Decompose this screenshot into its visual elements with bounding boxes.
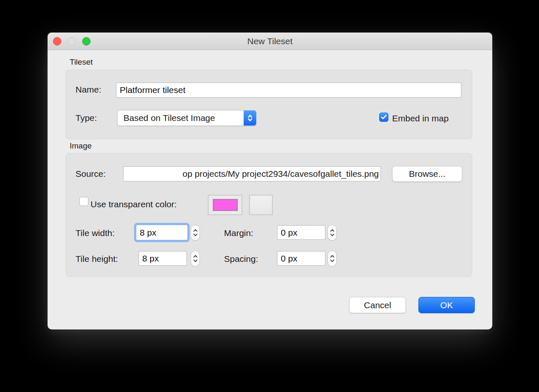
use-transparent-color-checkbox[interactable]	[79, 197, 88, 206]
minimize-button	[68, 37, 76, 45]
stepper-down-icon[interactable]	[328, 259, 336, 266]
ok-button-label: OK	[440, 300, 453, 310]
tile-height-stepper[interactable]	[191, 251, 200, 266]
ok-button[interactable]: OK	[418, 297, 475, 313]
zoom-button[interactable]	[82, 37, 91, 45]
embed-in-map-label: Embed in map	[392, 113, 448, 123]
embed-in-map-checkbox[interactable]	[379, 113, 388, 122]
stepper-up-icon[interactable]	[328, 251, 336, 259]
spacing-label: Spacing:	[224, 254, 258, 264]
cancel-button[interactable]: Cancel	[349, 297, 406, 313]
stepper-down-icon[interactable]	[191, 233, 199, 240]
stepper-up-icon[interactable]	[191, 225, 199, 233]
name-input[interactable]	[116, 83, 461, 98]
stepper-up-icon[interactable]	[328, 225, 336, 233]
chevron-up-down-icon	[244, 111, 256, 126]
tile-width-stepper[interactable]	[191, 225, 200, 241]
browse-button[interactable]: Browse...	[392, 166, 462, 182]
type-dropdown-value: Based on Tileset Image	[118, 113, 244, 123]
type-label: Type:	[76, 113, 97, 123]
spacing-stepper[interactable]	[327, 251, 337, 266]
tile-width-input[interactable]	[136, 225, 188, 240]
cancel-button-label: Cancel	[364, 300, 391, 310]
use-transparent-color-label: Use transparent color:	[91, 199, 177, 209]
source-label: Source:	[76, 169, 106, 179]
tile-width-label: Tile width:	[76, 228, 115, 238]
type-dropdown[interactable]: Based on Tileset Image	[117, 110, 257, 126]
image-section-label: Image	[70, 141, 92, 151]
browse-button-label: Browse...	[409, 169, 446, 179]
color-swatch	[213, 199, 238, 211]
name-label: Name:	[76, 85, 101, 95]
stepper-down-icon[interactable]	[191, 259, 199, 266]
tile-height-input[interactable]	[139, 251, 187, 266]
window-title: New Tileset	[48, 33, 492, 50]
tileset-groupbox	[65, 70, 472, 139]
checkmark-icon	[381, 115, 387, 120]
source-input[interactable]: op projects/My project2934/cavesofgallet…	[123, 166, 381, 181]
transparent-color-swatch-button[interactable]	[208, 195, 242, 215]
margin-stepper[interactable]	[327, 225, 337, 241]
new-tileset-dialog: New Tileset Tileset Name: Type: Based on…	[48, 33, 492, 329]
spacing-input[interactable]	[277, 251, 325, 266]
source-input-value: op projects/My project2934/cavesofgallet…	[183, 169, 379, 179]
title-bar[interactable]: New Tileset	[48, 33, 492, 50]
stepper-up-icon[interactable]	[191, 251, 199, 259]
margin-input[interactable]	[277, 225, 325, 240]
tile-height-label: Tile height:	[76, 254, 118, 264]
color-picker-button[interactable]	[249, 195, 273, 215]
margin-label: Margin:	[224, 228, 253, 238]
tileset-section-label: Tileset	[70, 58, 93, 67]
stepper-down-icon[interactable]	[328, 233, 336, 240]
close-button[interactable]	[53, 37, 61, 45]
